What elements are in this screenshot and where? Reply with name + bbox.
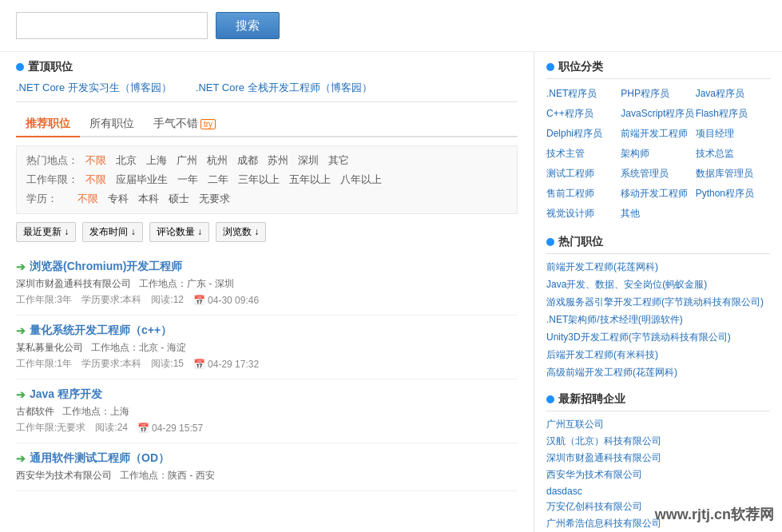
exp-option-3[interactable]: 二年 bbox=[205, 172, 231, 188]
sort-publish[interactable]: 发布时间 ↓ bbox=[82, 222, 142, 242]
category-link[interactable]: 其他 bbox=[621, 205, 695, 222]
category-link[interactable]: 架构师 bbox=[621, 145, 695, 162]
categories-title: 职位分类 bbox=[546, 60, 770, 79]
table-row: ➔ 通用软件测试工程师（OD） 西安华为技术有限公司 工作地点：陕西 - 西安 bbox=[16, 443, 518, 491]
category-link[interactable]: 前端开发工程师 bbox=[621, 125, 695, 142]
edu-option-0[interactable]: 不限 bbox=[75, 191, 101, 207]
company-3: 古都软件 bbox=[16, 405, 54, 419]
category-link[interactable]: 技术主管 bbox=[546, 145, 621, 162]
search-input[interactable] bbox=[16, 12, 208, 39]
exp-option-5[interactable]: 五年以上 bbox=[287, 172, 333, 188]
experience-filter: 工作年限： 不限 应届毕业生 一年 二年 三年以上 五年以上 八年以上 bbox=[26, 172, 507, 188]
list-item: .NET架构师/技术经理(明源软件) bbox=[546, 313, 770, 327]
hot-job-link-4[interactable]: Unity3D开发工程师(字节跳动科技有限公司) bbox=[546, 332, 731, 343]
list-item: 汉航（北京）科技有限公司 bbox=[546, 435, 770, 448]
edu-option-2[interactable]: 本科 bbox=[136, 191, 161, 207]
category-link[interactable]: 数据库管理员 bbox=[696, 165, 770, 182]
location-option-6[interactable]: 苏州 bbox=[265, 153, 291, 169]
hot-job-link-2[interactable]: 游戏服务器引擎开发工程师(字节跳动科技有限公司) bbox=[546, 296, 764, 308]
arrow-icon: ➔ bbox=[16, 260, 26, 273]
job-meta-3: 古都软件 工作地点：上海 bbox=[16, 405, 518, 419]
location-option-7[interactable]: 深圳 bbox=[296, 153, 321, 169]
category-link[interactable]: .NET程序员 bbox=[546, 85, 621, 102]
hot-job-link-6[interactable]: 高级前端开发工程师(花莲网科) bbox=[546, 367, 677, 378]
category-link[interactable]: 系统管理员 bbox=[621, 165, 695, 182]
exp-option-6[interactable]: 八年以上 bbox=[338, 172, 384, 188]
exp-option-0[interactable]: 不限 bbox=[83, 172, 109, 188]
category-link[interactable]: Java程序员 bbox=[696, 85, 770, 102]
location-option-3[interactable]: 广州 bbox=[174, 153, 200, 169]
company-link-5[interactable]: 万安亿创科技有限公司 bbox=[546, 501, 642, 512]
list-item: 后端开发工程师(有米科技) bbox=[546, 348, 770, 362]
edu-option-4[interactable]: 无要求 bbox=[196, 191, 232, 207]
job-title-link-1[interactable]: ➔ 浏览器(Chromium)开发工程师 bbox=[16, 260, 182, 274]
category-link[interactable]: 项目经理 bbox=[696, 125, 770, 142]
category-link[interactable]: Flash程序员 bbox=[696, 105, 770, 122]
list-item: 广州互联公司 bbox=[546, 418, 770, 431]
hot-job-link-5[interactable]: 后端开发工程师(有米科技) bbox=[546, 349, 658, 360]
tab-all[interactable]: 所有职位 bbox=[80, 112, 144, 136]
location-4: 工作地点：陕西 - 西安 bbox=[120, 469, 215, 482]
company-link-3[interactable]: 西安华为技术有限公司 bbox=[546, 469, 642, 480]
experience-3: 工作年限:无要求 bbox=[16, 421, 85, 435]
category-link[interactable]: Delphi程序员 bbox=[546, 125, 621, 142]
date-1: 04-30 09:46 bbox=[208, 295, 259, 306]
category-link[interactable]: 测试工程师 bbox=[546, 165, 621, 182]
hot-job-link-1[interactable]: Java开发、数据、安全岗位(蚂蚁金服) bbox=[546, 279, 707, 290]
category-link[interactable]: C++程序员 bbox=[546, 105, 621, 122]
company-link-1[interactable]: 汉航（北京）科技有限公司 bbox=[546, 435, 661, 447]
company-link-6[interactable]: 广州希浩信息科技有限公司 bbox=[546, 518, 661, 529]
list-item: dasdasc bbox=[546, 485, 770, 497]
category-link[interactable]: 移动开发工程师 bbox=[621, 185, 695, 202]
exp-option-1[interactable]: 应届毕业生 bbox=[113, 172, 170, 188]
location-option-0[interactable]: 不限 bbox=[83, 153, 109, 169]
job-title-link-4[interactable]: ➔ 通用软件测试工程师（OD） bbox=[16, 451, 169, 466]
category-link[interactable]: JavaScript程序员 bbox=[621, 105, 695, 122]
pinned-job-1[interactable]: .NET Core 开发实习生（博客园） bbox=[16, 81, 172, 95]
company-2: 某私募量化公司 bbox=[16, 341, 83, 355]
tab-recommended[interactable]: 推荐职位 bbox=[16, 112, 80, 137]
category-link[interactable]: 技术总监 bbox=[696, 145, 770, 162]
table-row: ➔ 浏览器(Chromium)开发工程师 深圳市财盈通科技有限公司 工作地点：广… bbox=[16, 252, 518, 316]
category-link[interactable]: 视觉设计师 bbox=[546, 205, 621, 222]
job-list: ➔ 浏览器(Chromium)开发工程师 深圳市财盈通科技有限公司 工作地点：广… bbox=[16, 252, 518, 491]
hot-job-link-0[interactable]: 前端开发工程师(花莲网科) bbox=[546, 261, 658, 272]
pinned-title: 置顶职位 bbox=[16, 60, 518, 74]
location-1: 工作地点：广东 - 深圳 bbox=[139, 277, 234, 291]
sort-comments[interactable]: 评论数量 ↓ bbox=[149, 222, 209, 242]
job-title-link-3[interactable]: ➔ Java 程序开发 bbox=[16, 387, 102, 402]
pinned-jobs-list: .NET Core 开发实习生（博客园） .NET Core 全栈开发工程师（博… bbox=[16, 81, 518, 102]
education-filter: 学历： 不限 专科 本科 硕士 无要求 bbox=[26, 191, 507, 207]
category-link[interactable]: 售前工程师 bbox=[546, 185, 621, 202]
search-button[interactable]: 搜索 bbox=[216, 12, 280, 39]
experience-2: 工作年限:1年 bbox=[16, 357, 72, 371]
edu-option-1[interactable]: 专科 bbox=[105, 191, 131, 207]
job-title-link-2[interactable]: ➔ 量化系统开发工程师（c++） bbox=[16, 324, 172, 338]
edu-option-3[interactable]: 硕士 bbox=[166, 191, 192, 207]
company-link-0[interactable]: 广州互联公司 bbox=[546, 419, 604, 430]
experience-1: 工作年限:3年 bbox=[16, 293, 72, 307]
company-link-2[interactable]: 深圳市财盈通科技有限公司 bbox=[546, 452, 661, 463]
location-option-1[interactable]: 北京 bbox=[113, 153, 139, 169]
categories-section: 职位分类 .NET程序员 PHP程序员 Java程序员 C++程序员 JavaS… bbox=[546, 60, 770, 222]
page: 搜索 置顶职位 .NET Core 开发实习生（博客园） .NET Core 全… bbox=[0, 0, 782, 532]
table-row: ➔ 量化系统开发工程师（c++） 某私募量化公司 工作地点：北京 - 海淀 工作… bbox=[16, 316, 518, 379]
job-detail-1: 工作年限:3年 学历要求:本科 阅读:12 📅 04-30 09:46 bbox=[16, 293, 518, 307]
company-link-4[interactable]: dasdasc bbox=[546, 486, 582, 497]
sort-recent[interactable]: 最近更新 ↓ bbox=[16, 222, 76, 242]
location-option-4[interactable]: 杭州 bbox=[204, 153, 230, 169]
location-option-5[interactable]: 成都 bbox=[235, 153, 260, 169]
hot-job-link-3[interactable]: .NET架构师/技术经理(明源软件) bbox=[546, 314, 683, 325]
tab-lucky[interactable]: 手气不错 try bbox=[144, 112, 225, 136]
location-option-8[interactable]: 其它 bbox=[326, 153, 351, 169]
sort-views[interactable]: 浏览数 ↓ bbox=[216, 222, 266, 242]
hot-jobs-section: 热门职位 前端开发工程师(花莲网科) Java开发、数据、安全岗位(蚂蚁金服) … bbox=[546, 235, 770, 379]
list-item: Unity3D开发工程师(字节跳动科技有限公司) bbox=[546, 331, 770, 344]
category-link[interactable]: Python程序员 bbox=[696, 185, 770, 202]
location-option-2[interactable]: 上海 bbox=[144, 153, 169, 169]
category-link[interactable]: PHP程序员 bbox=[621, 85, 695, 102]
exp-option-2[interactable]: 一年 bbox=[175, 172, 200, 188]
pinned-job-2[interactable]: .NET Core 全栈开发工程师（博客园） bbox=[196, 81, 372, 95]
exp-option-4[interactable]: 三年以上 bbox=[236, 172, 282, 188]
list-item: Java开发、数据、安全岗位(蚂蚁金服) bbox=[546, 278, 770, 292]
